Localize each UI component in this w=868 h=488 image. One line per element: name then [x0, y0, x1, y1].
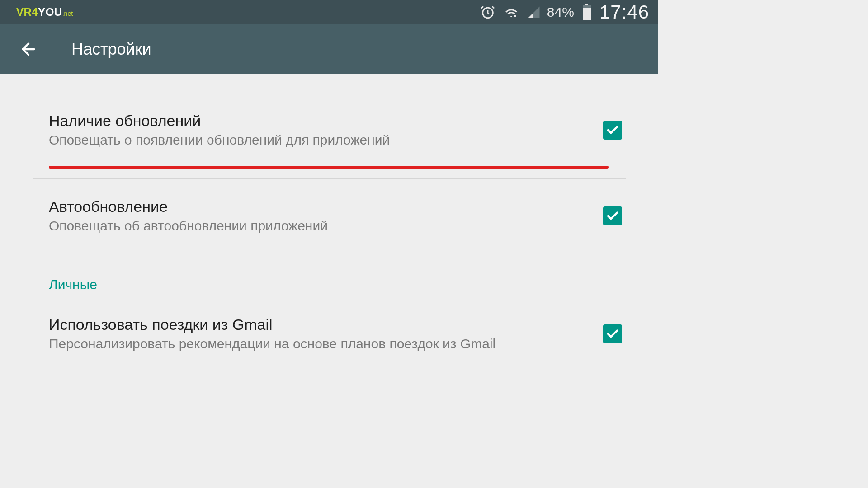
alarm-icon — [480, 5, 495, 20]
setting-subtitle: Оповещать об автообновлении приложений — [49, 218, 603, 234]
highlight-underline — [49, 166, 609, 169]
setting-title: Наличие обновлений — [49, 112, 603, 130]
setting-title: Автообновление — [49, 198, 603, 216]
setting-updates-available[interactable]: Наличие обновлений Оповещать о появлении… — [0, 74, 658, 166]
setting-auto-update[interactable]: Автообновление Оповещать об автообновлен… — [0, 179, 658, 247]
setting-title: Использовать поездки из Gmail — [49, 316, 603, 333]
setting-subtitle: Персонализировать рекомендации на основе… — [49, 336, 603, 352]
clock: 17:46 — [599, 1, 649, 23]
page-title: Настройки — [71, 40, 151, 59]
checkbox-updates-available[interactable] — [603, 121, 622, 140]
setting-subtitle: Оповещать о появлении обновлений для при… — [49, 132, 603, 148]
section-header-personal: Личные — [0, 247, 658, 297]
back-arrow-icon[interactable] — [19, 40, 38, 59]
battery-icon — [582, 4, 591, 20]
battery-percent: 84% — [547, 5, 574, 20]
logo: VR4YOU.net — [16, 6, 73, 19]
status-right: 84% 17:46 — [480, 1, 649, 23]
app-bar: Настройки — [0, 24, 658, 74]
checkbox-auto-update[interactable] — [603, 206, 622, 225]
checkbox-gmail-trips[interactable] — [603, 324, 622, 343]
settings-content: Наличие обновлений Оповещать о появлении… — [0, 74, 658, 365]
svg-rect-3 — [583, 8, 591, 20]
logo-part-vr4: VR4 — [16, 6, 38, 18]
setting-gmail-trips[interactable]: Использовать поездки из Gmail Персонализ… — [0, 297, 658, 365]
cell-signal-icon — [527, 5, 541, 19]
status-bar: VR4YOU.net 84% 17:46 — [0, 0, 658, 24]
wifi-icon — [504, 5, 519, 20]
logo-part-you: YOU — [38, 6, 62, 18]
logo-part-net: .net — [62, 10, 73, 17]
svg-rect-1 — [585, 4, 588, 5]
